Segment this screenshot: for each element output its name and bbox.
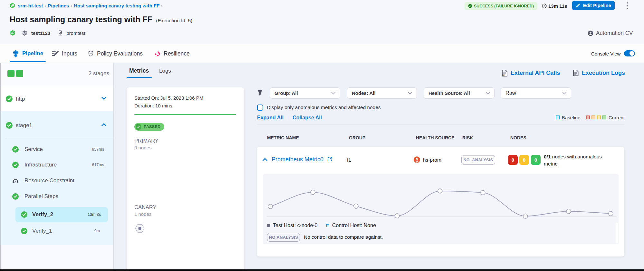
svg-text:API: API: [502, 74, 505, 76]
